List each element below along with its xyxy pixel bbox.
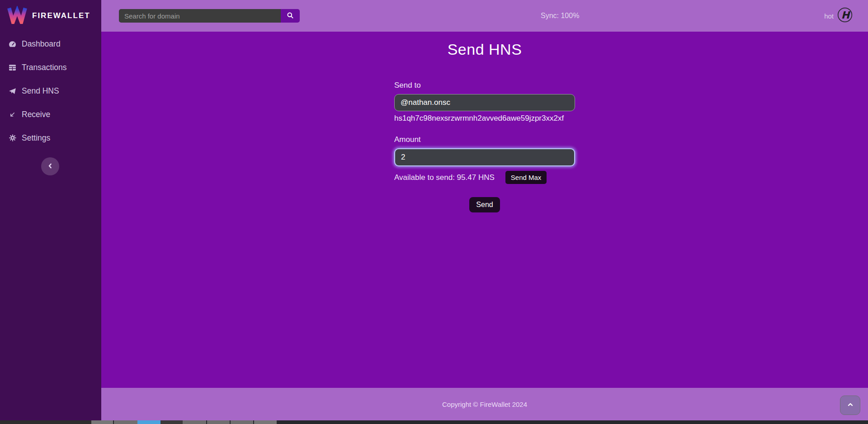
sidebar-item-label: Receive bbox=[22, 110, 50, 119]
taskbar-strip bbox=[0, 420, 868, 424]
app-window: FIREWALLET Dashboard Transactions Send H… bbox=[0, 0, 868, 424]
available-row: Available to send: 95.47 HNS Send Max bbox=[394, 171, 575, 184]
taskbar-segment bbox=[114, 420, 137, 424]
footer: Copyright © FireWallet 2024 bbox=[101, 388, 868, 420]
handshake-logo-icon: H bbox=[837, 7, 853, 24]
main-content: Send HNS Send to hs1qh7c98nexsrzwrmnh2av… bbox=[101, 32, 868, 388]
page-title: Send HNS bbox=[101, 41, 868, 58]
taskbar-segment bbox=[183, 420, 206, 424]
taskbar-segment bbox=[137, 420, 160, 424]
chevron-left-icon bbox=[47, 162, 54, 171]
resolved-address: hs1qh7c98nexsrzwrmnh2avved6awe59jzpr3xx2… bbox=[394, 113, 575, 123]
scroll-to-top-button[interactable] bbox=[840, 396, 860, 415]
sidebar-item-transactions[interactable]: Transactions bbox=[0, 62, 101, 72]
taskbar-segment bbox=[0, 420, 91, 424]
sidebar-nav: Dashboard Transactions Send HNS Receive bbox=[0, 39, 101, 143]
chevron-up-icon bbox=[847, 401, 854, 410]
sidebar-item-receive[interactable]: Receive bbox=[0, 109, 101, 119]
firewallet-logo-icon bbox=[7, 6, 27, 26]
search-button[interactable] bbox=[281, 9, 300, 23]
copyright-text: Copyright © FireWallet 2024 bbox=[442, 400, 527, 408]
brand-name: FIREWALLET bbox=[32, 11, 90, 20]
send-to-input[interactable] bbox=[394, 94, 575, 111]
search-icon bbox=[287, 12, 294, 20]
search-bar bbox=[119, 9, 300, 23]
sync-status: Sync: 100% bbox=[541, 0, 579, 32]
search-input[interactable] bbox=[119, 9, 281, 23]
taskbar-segment bbox=[207, 420, 230, 424]
top-bar: Sync: 100% hot H bbox=[101, 0, 868, 32]
send-to-label: Send to bbox=[394, 80, 575, 90]
taskbar-segment bbox=[277, 420, 868, 424]
sidebar-item-label: Dashboard bbox=[22, 39, 61, 49]
sidebar-item-settings[interactable]: Settings bbox=[0, 133, 101, 143]
send-button-row: Send bbox=[394, 197, 575, 212]
taskbar-segment bbox=[91, 420, 113, 424]
amount-label: Amount bbox=[394, 135, 575, 145]
receive-arrow-icon bbox=[8, 111, 17, 118]
taskbar-segment bbox=[254, 420, 277, 424]
sidebar-collapse-button[interactable] bbox=[41, 157, 59, 175]
available-balance: Available to send: 95.47 HNS bbox=[394, 173, 495, 182]
sidebar-item-label: Send HNS bbox=[22, 86, 59, 96]
brand: FIREWALLET bbox=[0, 0, 101, 32]
paper-plane-icon bbox=[8, 87, 17, 95]
send-max-button[interactable]: Send Max bbox=[505, 171, 547, 184]
taskbar-segment bbox=[231, 420, 253, 424]
send-form: Send to hs1qh7c98nexsrzwrmnh2avved6awe59… bbox=[394, 80, 575, 212]
sidebar-item-send-hns[interactable]: Send HNS bbox=[0, 86, 101, 96]
sidebar-item-dashboard[interactable]: Dashboard bbox=[0, 39, 101, 49]
sidebar: FIREWALLET Dashboard Transactions Send H… bbox=[0, 0, 101, 420]
dashboard-gauge-icon bbox=[8, 40, 17, 48]
amount-input[interactable] bbox=[394, 148, 575, 166]
sidebar-item-label: Transactions bbox=[22, 63, 67, 72]
wallet-name: hot bbox=[824, 12, 834, 20]
svg-text:H: H bbox=[841, 9, 851, 21]
send-button[interactable]: Send bbox=[469, 197, 500, 212]
transactions-table-icon bbox=[8, 64, 17, 71]
wallet-indicator[interactable]: hot H bbox=[824, 0, 853, 32]
gear-icon bbox=[8, 134, 17, 142]
sidebar-item-label: Settings bbox=[22, 133, 50, 143]
taskbar-segment bbox=[160, 420, 183, 424]
